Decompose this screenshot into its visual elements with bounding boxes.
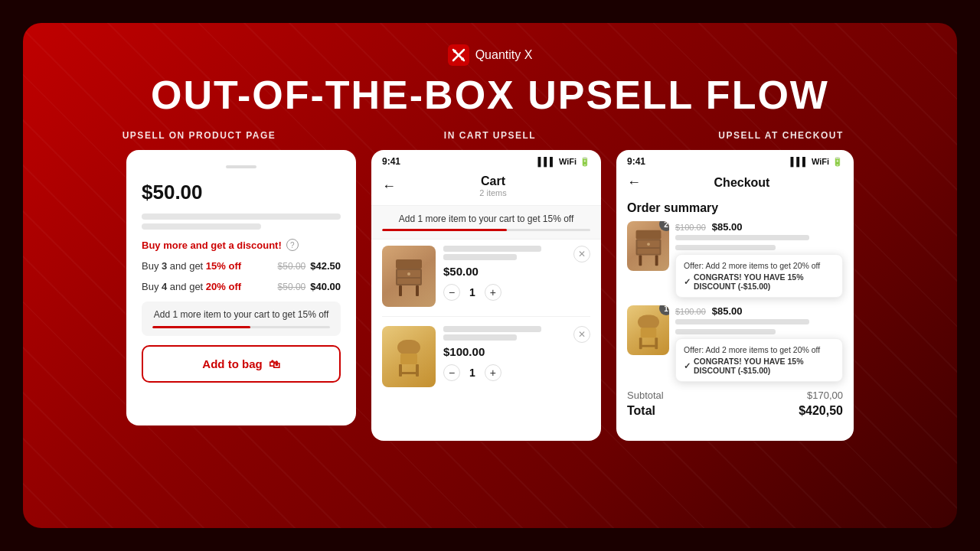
qty-number-2: 1: [469, 367, 475, 379]
svg-rect-13: [399, 364, 402, 377]
tier-2-original: $50.00: [278, 282, 306, 292]
checkout-battery-icon: 🔋: [832, 157, 843, 167]
desc-line-2: [142, 223, 261, 230]
cart-item-2: $100.00 − 1 + ✕: [382, 326, 590, 396]
order-item-1-congrats: ✓ CONGRATS! YOU HAVE 15% DISCOUNT (-$15.…: [684, 272, 835, 291]
cart-header: ← Cart 2 items: [371, 170, 601, 205]
svg-point-10: [407, 272, 410, 276]
desc-line-1: [142, 214, 341, 220]
cart-status-icons: ▌▌▌ WiFi 🔋: [537, 157, 590, 167]
cart-item-2-remove[interactable]: ✕: [573, 326, 590, 343]
order-item-2-new: $85.00: [712, 305, 743, 317]
cart-item-1-remove[interactable]: ✕: [573, 246, 590, 262]
order-item-1-image: 2: [627, 221, 669, 271]
svg-rect-24: [640, 328, 656, 337]
checkout-title: Checkout: [641, 176, 843, 190]
cart-upsell-progress: [382, 229, 590, 231]
signal-icon: ▌▌▌: [537, 157, 555, 166]
product-description-lines: [142, 214, 341, 230]
tier-1-prices: $50.00 $42.50: [278, 260, 341, 272]
cart-item-2-name: [443, 326, 566, 341]
svg-rect-12: [400, 354, 417, 364]
checkmark-icon: ✓: [684, 277, 691, 286]
checkmark-icon-2: ✓: [684, 361, 691, 370]
cart-title: Cart: [396, 174, 590, 188]
cart-status-bar: 9:41 ▌▌▌ WiFi 🔋: [371, 150, 601, 170]
checkout-status-time: 9:41: [627, 156, 645, 167]
svg-rect-8: [399, 285, 402, 296]
order-name-line-1b: [675, 245, 776, 250]
main-title: OUT-OF-THE-BOX UPSELL FLOW: [151, 72, 829, 118]
cart-title-block: Cart 2 items: [396, 174, 590, 197]
qty-decrease-2[interactable]: −: [443, 364, 460, 381]
subtotal-row: Subtotal $170,00: [616, 382, 854, 403]
svg-rect-18: [637, 248, 659, 253]
wifi-icon: WiFi: [559, 157, 577, 166]
total-row: Total $420,50: [616, 403, 854, 425]
order-item-1-offer-tooltip: Offer: Add 2 more items to get 20% off ✓…: [675, 254, 843, 298]
cart-back-button[interactable]: ←: [382, 178, 396, 194]
svg-rect-27: [640, 344, 656, 347]
product-price: $50.00: [142, 181, 341, 204]
qty-increase-1[interactable]: +: [485, 284, 501, 301]
tier-1-original: $50.00: [278, 261, 306, 272]
cart-item-1-qty-control: − 1 +: [443, 284, 566, 301]
total-label: Total: [627, 404, 655, 418]
nightstand-image: [382, 246, 436, 307]
svg-rect-9: [416, 285, 419, 296]
cart-item-2-image: [382, 326, 436, 387]
cart-card: 9:41 ▌▌▌ WiFi 🔋 ← Cart 2 items Add 1 mor…: [371, 150, 601, 441]
cart-upsell-fill: [382, 229, 507, 231]
svg-point-22: [647, 243, 650, 246]
product-upsell-progress: [152, 326, 330, 328]
product-upsell-text: Add 1 more item to your cart to get 15% …: [152, 309, 330, 320]
subtotal-label: Subtotal: [627, 390, 664, 401]
section-label-checkout: UPSELL AT CHECKOUT: [635, 130, 926, 141]
brand-name: Quantity X: [475, 48, 533, 62]
svg-rect-6: [397, 279, 420, 284]
section-label-cart: IN CART UPSELL: [345, 130, 635, 141]
cart-item-2-qty-control: − 1 +: [443, 364, 566, 381]
tier-1-new: $42.50: [310, 260, 341, 272]
checkout-status-icons: ▌▌▌ WiFi 🔋: [790, 157, 843, 167]
product-upsell-banner: Add 1 more item to your cart to get 15% …: [142, 302, 341, 336]
cart-item-2-price: $100.00: [443, 345, 566, 358]
add-to-bag-button[interactable]: Add to bag 🛍: [142, 345, 341, 383]
order-item-2-offer-tooltip: Offer: Add 2 more items to get 20% off ✓…: [675, 338, 843, 382]
svg-rect-14: [416, 364, 419, 377]
chair-image: [382, 326, 436, 387]
tier-2-text: Buy 4 and get 20% off: [142, 281, 241, 292]
order-item-2-prices: $100.00 $85.00: [675, 305, 843, 317]
checkout-wifi-icon: WiFi: [812, 157, 829, 166]
qty-decrease-1[interactable]: −: [443, 284, 460, 301]
discount-label-row: Buy more and get a discount! ?: [142, 239, 341, 251]
total-value: $420,50: [799, 404, 843, 418]
order-item-2-info: $100.00 $85.00 Offer: Add 2 more items t…: [675, 305, 843, 382]
qty-increase-2[interactable]: +: [485, 364, 501, 381]
help-icon[interactable]: ?: [286, 239, 299, 251]
order-name-line-2a: [675, 319, 809, 324]
checkout-back-button[interactable]: ←: [627, 174, 641, 191]
svg-point-2: [453, 50, 456, 53]
sections-row: UPSELL ON PRODUCT PAGE IN CART UPSELL UP…: [54, 130, 926, 141]
cart-items-list: $50.00 − 1 + ✕: [371, 240, 601, 441]
main-container: Quantity X OUT-OF-THE-BOX UPSELL FLOW UP…: [23, 23, 957, 528]
order-item-1-new: $85.00: [712, 221, 743, 233]
svg-rect-20: [639, 255, 642, 266]
order-item-2-original: $100.00: [675, 307, 706, 316]
order-item-1-info: $100.00 $85.00 Offer: Add 2 more items t…: [675, 221, 843, 298]
brand-row: Quantity X: [448, 44, 533, 66]
bag-icon: 🛍: [269, 357, 280, 370]
order-name-line-1a: [675, 235, 809, 240]
cart-item-1-details: $50.00 − 1 +: [443, 246, 566, 301]
cart-upsell-text: Add 1 more item to your cart to get 15% …: [382, 214, 590, 224]
brand-logo-icon: [448, 44, 469, 66]
cart-item-1-name: [443, 246, 566, 260]
order-item-1: 2 $100.00 $85.00 Offer: Add 2 more items…: [627, 221, 843, 298]
phone-notch: [226, 165, 256, 168]
cart-subtitle: 2 items: [396, 188, 590, 197]
cart-item-1-image: [382, 246, 436, 307]
svg-rect-19: [635, 230, 661, 239]
tier-2-new: $40.00: [310, 281, 341, 292]
checkout-status-bar: 9:41 ▌▌▌ WiFi 🔋: [616, 150, 854, 170]
